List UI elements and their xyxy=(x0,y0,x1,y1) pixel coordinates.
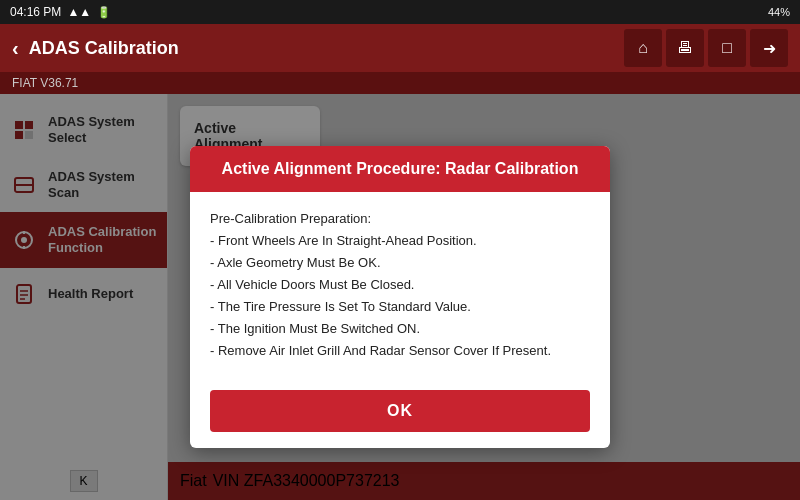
exit-button[interactable]: ➜ xyxy=(750,29,788,67)
main-layout: ADAS System Select ADAS System Scan xyxy=(0,94,800,500)
status-bar: 04:16 PM ▲▲ 🔋 44% xyxy=(0,0,800,24)
version-label: FIAT V36.71 xyxy=(12,76,78,90)
modal-line-6: - Remove Air Inlet Grill And Radar Senso… xyxy=(210,340,590,362)
modal-overlay: Active Alignment Procedure: Radar Calibr… xyxy=(0,94,800,500)
header-title: ADAS Calibration xyxy=(29,38,179,59)
display-button[interactable]: □ xyxy=(708,29,746,67)
home-button[interactable]: ⌂ xyxy=(624,29,662,67)
header-icons: ⌂ 🖶 □ ➜ xyxy=(624,29,788,67)
modal-footer: OK xyxy=(190,378,610,448)
modal-line-2: - Axle Geometry Must Be OK. xyxy=(210,252,590,274)
modal-body: Pre-Calibration Preparation: - Front Whe… xyxy=(190,192,610,379)
battery-icon: 🔋 xyxy=(97,6,111,19)
battery-level: 44% xyxy=(768,6,790,18)
print-button[interactable]: 🖶 xyxy=(666,29,704,67)
modal-line-5: - The Ignition Must Be Switched ON. xyxy=(210,318,590,340)
wifi-icon: ▲▲ xyxy=(67,5,91,19)
modal-line-1: - Front Wheels Are In Straight-Ahead Pos… xyxy=(210,230,590,252)
header-bar: ‹ ADAS Calibration ⌂ 🖶 □ ➜ xyxy=(0,24,800,72)
sub-header: FIAT V36.71 xyxy=(0,72,800,94)
back-button[interactable]: ‹ xyxy=(12,37,19,60)
time-display: 04:16 PM xyxy=(10,5,61,19)
modal-header: Active Alignment Procedure: Radar Calibr… xyxy=(190,146,610,192)
modal-title: Active Alignment Procedure: Radar Calibr… xyxy=(222,160,579,177)
ok-button[interactable]: OK xyxy=(210,390,590,432)
modal-dialog: Active Alignment Procedure: Radar Calibr… xyxy=(190,146,610,449)
modal-line-0: Pre-Calibration Preparation: xyxy=(210,208,590,230)
modal-line-3: - All Vehicle Doors Must Be Closed. xyxy=(210,274,590,296)
modal-line-4: - The Tire Pressure Is Set To Standard V… xyxy=(210,296,590,318)
